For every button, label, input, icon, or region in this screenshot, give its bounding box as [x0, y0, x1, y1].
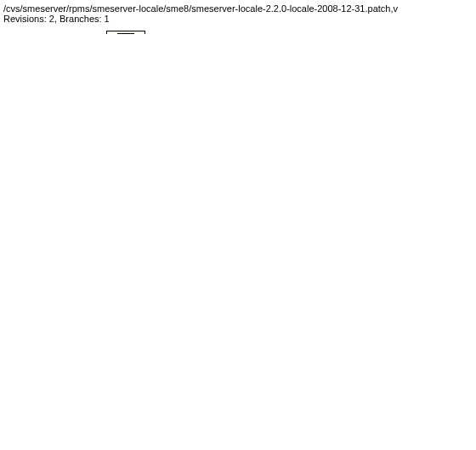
branch-number-label: 1	[117, 33, 134, 34]
file-path: /cvs/smeserver/rpms/smeserver-locale/sme…	[3, 3, 473, 14]
revision-summary: Revisions: 2, Branches: 1	[3, 14, 473, 24]
branch-node: 1 MAIN	[106, 31, 145, 34]
